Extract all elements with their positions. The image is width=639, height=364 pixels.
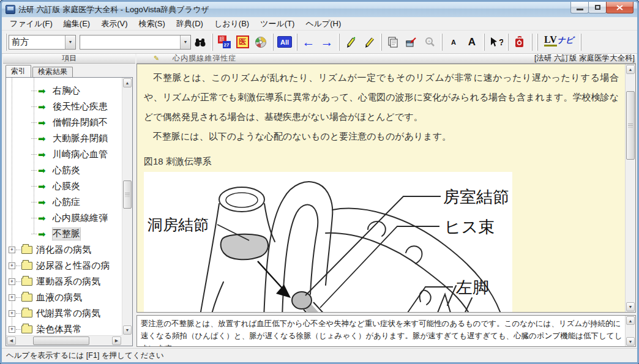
tree-item-label[interactable]: 泌尿器と性器の病 xyxy=(36,260,110,272)
tab-search-results[interactable]: 検索結果 xyxy=(32,67,73,77)
menu-item-3[interactable]: 表示(V) xyxy=(95,17,133,30)
font-smaller-button[interactable]: A xyxy=(445,34,462,51)
menu-item-7[interactable]: ツール(T) xyxy=(255,17,300,30)
scroll-down-button[interactable]: ▼ xyxy=(626,302,635,311)
close-button[interactable] xyxy=(606,2,633,13)
menu-item-4[interactable]: 検索(S) xyxy=(133,17,171,30)
expand-icon[interactable]: + xyxy=(9,278,15,285)
tree-vertical-scrollbar[interactable]: ▲ ▼ xyxy=(122,78,132,335)
tree-item-label[interactable]: 運動器系の病気 xyxy=(36,276,100,288)
font-larger-button[interactable]: A xyxy=(463,34,480,51)
expand-icon[interactable]: + xyxy=(9,247,15,253)
tree-horizontal-scrollbar[interactable]: ◀ ▶ xyxy=(6,335,122,346)
scroll-up-button[interactable]: ▲ xyxy=(626,65,635,74)
search-input-combo[interactable]: ▼ xyxy=(80,35,191,50)
tree-item-label[interactable]: 大動脈弁閉鎖 xyxy=(53,133,108,144)
tree-connector xyxy=(31,122,37,123)
tree-connector xyxy=(16,329,21,330)
tree-item[interactable]: ➡不整脈 xyxy=(6,226,132,242)
tab-index[interactable]: 索引 xyxy=(6,65,31,77)
search-mode-select[interactable]: 前方 ▼ xyxy=(9,35,76,50)
window-jump-button[interactable] xyxy=(403,34,420,51)
tree-item-label[interactable]: 不整脈 xyxy=(53,228,80,240)
menu-item-6[interactable]: しおり(B) xyxy=(209,17,255,30)
tree-item[interactable]: ➡右胸心 xyxy=(6,83,132,98)
maximize-button[interactable] xyxy=(588,2,607,13)
title-bar[interactable]: 法研 六訂版 家庭医学大全科 - LogoVista辞典ブラウザ xyxy=(2,2,637,17)
expand-icon[interactable]: + xyxy=(9,310,15,317)
expand-icon[interactable]: + xyxy=(9,326,15,333)
tree-item-label[interactable]: 後天性心疾患 xyxy=(53,101,108,113)
menu-item-8[interactable]: ヘルプ(H) xyxy=(300,17,346,30)
back-button[interactable]: ← xyxy=(300,34,317,51)
tree-item[interactable]: +泌尿器と性器の病 xyxy=(6,258,132,273)
content-vertical-scrollbar[interactable]: ▲ ▼ xyxy=(625,64,635,312)
copy-button[interactable] xyxy=(384,34,402,51)
tree-item-label[interactable]: 染色体異常 xyxy=(36,324,82,335)
chevron-down-icon[interactable]: ▼ xyxy=(65,35,75,49)
dictionary-select-button[interactable]: 辞 27 xyxy=(215,34,233,51)
find-button[interactable] xyxy=(192,34,209,51)
tree-item[interactable]: ➡心筋炎 xyxy=(6,162,132,178)
current-dictionary-button[interactable]: 医 xyxy=(234,34,251,51)
content-scrollbar-thumb[interactable] xyxy=(626,91,635,160)
tree-item-label[interactable]: 川崎病心血管 xyxy=(53,149,108,160)
cd-icon xyxy=(255,36,267,48)
tree-item[interactable]: +運動器系の病気 xyxy=(6,273,132,289)
menu-item-5[interactable]: 辞典(D) xyxy=(171,17,209,30)
lv-navi-button[interactable]: LV ナビ xyxy=(540,34,577,51)
cdrom-button[interactable] xyxy=(252,34,269,51)
menu-item-2[interactable]: 編集(E) xyxy=(58,17,95,30)
tree-item-label[interactable]: 心筋症 xyxy=(53,196,80,208)
menu-item-1[interactable]: ファイル(F) xyxy=(4,17,58,30)
forward-button[interactable]: → xyxy=(318,34,335,51)
tree-item-label[interactable]: 消化器の病気 xyxy=(36,244,91,256)
note-vertical-scrollbar[interactable]: ▲ ▼ xyxy=(625,316,635,346)
folder-icon xyxy=(21,246,32,254)
tree-item[interactable]: ➡後天性心疾患 xyxy=(6,98,132,114)
tree-connector xyxy=(16,266,21,266)
tree-connector xyxy=(31,218,37,218)
minimize-button[interactable] xyxy=(570,2,589,13)
tree-item-label[interactable]: 心膜炎 xyxy=(53,180,80,192)
expand-icon[interactable]: + xyxy=(9,262,15,269)
tree-item-label[interactable]: 代謝異常の病気 xyxy=(36,308,100,319)
tree-item[interactable]: ➡心膜炎 xyxy=(6,178,132,194)
tree-item-label[interactable]: 僧帽弁閉鎖不 xyxy=(53,117,108,128)
scroll-left-button[interactable]: ◀ xyxy=(7,336,16,345)
scroll-down-button[interactable]: ▼ xyxy=(123,325,132,335)
toolbar-grip xyxy=(272,34,274,51)
scroll-up-button[interactable]: ▲ xyxy=(123,78,132,87)
tree-item[interactable]: ➡川崎病心血管 xyxy=(6,146,132,162)
pen-button[interactable] xyxy=(361,34,378,51)
tree-connector xyxy=(16,250,21,250)
tree-item[interactable]: ➡心筋症 xyxy=(6,194,132,210)
expand-icon[interactable]: + xyxy=(9,294,15,301)
tree-item-label[interactable]: 血液の病気 xyxy=(36,292,82,303)
scroll-down-button[interactable]: ▼ xyxy=(626,337,635,346)
note-pane[interactable]: 要注意の不整脈とは、放置すれば血圧低下から心不全や失神など重い症状を来す可能性の… xyxy=(136,315,636,347)
scroll-right-button[interactable]: ▶ xyxy=(112,336,121,345)
zoom-button[interactable]: + xyxy=(421,34,438,51)
scroll-up-button[interactable]: ▲ xyxy=(626,316,635,325)
tree-item[interactable]: ➡心内膜線維弾 xyxy=(6,210,132,226)
tree-item[interactable]: +消化器の病気 xyxy=(6,242,132,258)
tree-item[interactable]: +血液の病気 xyxy=(6,289,132,305)
context-help-button[interactable]: ? xyxy=(487,34,504,51)
pronunciation-button[interactable] xyxy=(511,34,528,51)
marker-button[interactable] xyxy=(342,34,359,51)
arrow-left-icon: ← xyxy=(302,35,315,48)
tree-item-label[interactable]: 心筋炎 xyxy=(53,165,80,176)
sidebar-tabs: 索引 検索結果 xyxy=(6,64,73,77)
search-all-dictionaries-button[interactable]: All xyxy=(276,34,293,51)
tree-item-label[interactable]: 右胸心 xyxy=(53,85,80,97)
tree-hscrollbar-thumb[interactable] xyxy=(33,336,89,345)
tree-scrollbar-thumb[interactable] xyxy=(123,180,132,209)
chevron-down-icon[interactable]: ▼ xyxy=(180,35,190,49)
tree-item[interactable]: ➡僧帽弁閉鎖不 xyxy=(6,114,132,130)
tree-item-label[interactable]: 心内膜線維弾 xyxy=(53,212,108,224)
article-view[interactable]: 不整脈とは、このリズムが乱れたり、リズムが一定でもそのリズムが非常に速かったり遅… xyxy=(136,64,636,313)
tree-item[interactable]: ➡大動脈弁閉鎖 xyxy=(6,130,132,146)
tree-item[interactable]: +代謝異常の病気 xyxy=(6,305,132,321)
app-icon xyxy=(6,5,15,14)
